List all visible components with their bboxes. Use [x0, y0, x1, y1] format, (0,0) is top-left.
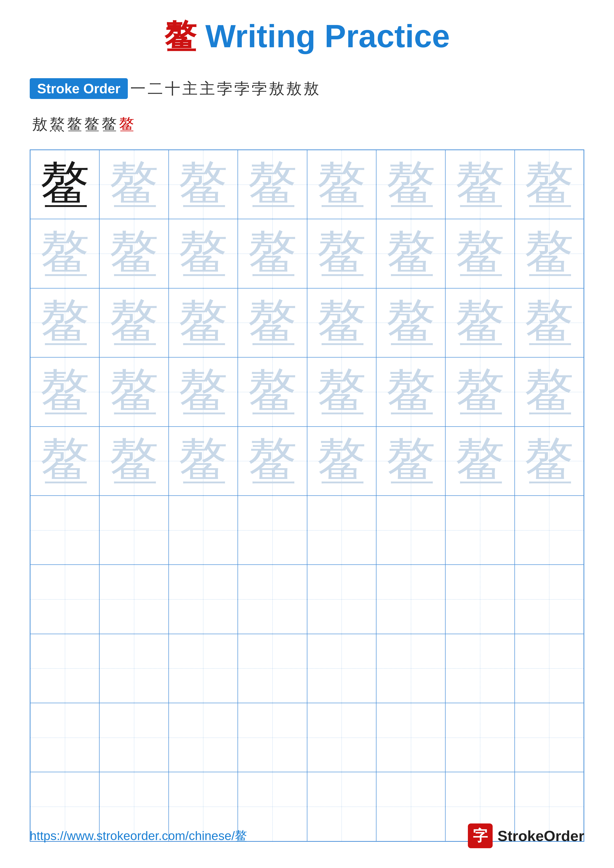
- grid-cell-empty[interactable]: [445, 703, 515, 772]
- grid-cell[interactable]: 鳌: [515, 288, 584, 357]
- stroke-sequence-row1: 一 二 十 主 主 孛 孛 孛 敖 敖 敖: [130, 78, 584, 99]
- grid-cell[interactable]: 鳌: [30, 219, 99, 288]
- grid-cell[interactable]: 鳌: [376, 150, 445, 219]
- grid-cell-empty[interactable]: [30, 565, 99, 634]
- grid-cell[interactable]: 鳌: [307, 219, 376, 288]
- grid-cell[interactable]: 鳌: [307, 426, 376, 496]
- footer-brand: 字 StrokeOrder: [468, 823, 584, 848]
- grid-cell-empty[interactable]: [515, 565, 584, 634]
- grid-cell-empty[interactable]: [99, 703, 168, 772]
- grid-cell[interactable]: 鳌: [376, 219, 445, 288]
- grid-cell[interactable]: 鳌: [307, 150, 376, 219]
- brand-icon: 字: [468, 823, 493, 848]
- grid-cell[interactable]: 鳌: [169, 219, 238, 288]
- grid-cell[interactable]: 鳌: [169, 426, 238, 496]
- title-char: 鳌: [164, 18, 196, 54]
- practice-grid: 鳌 鳌 鳌 鳌 鳌 鳌 鳌 鳌 鳌 鳌 鳌 鳌 鳌 鳌 鳌 鳌: [30, 149, 584, 842]
- grid-cell[interactable]: 鳌: [99, 150, 168, 219]
- grid-cell-empty[interactable]: [30, 703, 99, 772]
- grid-cell[interactable]: 鳌: [238, 288, 307, 357]
- grid-cell-empty[interactable]: [169, 496, 238, 565]
- grid-cell[interactable]: 鳌: [30, 288, 99, 357]
- grid-cell-empty[interactable]: [515, 703, 584, 772]
- grid-cell[interactable]: 鳌: [99, 357, 168, 426]
- grid-cell[interactable]: 鳌: [445, 357, 515, 426]
- grid-cell-empty[interactable]: [169, 703, 238, 772]
- grid-cell[interactable]: 鳌: [30, 426, 99, 496]
- grid-cell-empty[interactable]: [99, 565, 168, 634]
- grid-cell-empty[interactable]: [515, 634, 584, 703]
- grid-cell-empty[interactable]: [376, 634, 445, 703]
- grid-cell[interactable]: 鳌: [376, 426, 445, 496]
- footer: https://www.strokeorder.com/chinese/鳌 字 …: [30, 823, 584, 848]
- grid-cell[interactable]: 鳌: [376, 288, 445, 357]
- grid-cell[interactable]: 鳌: [515, 219, 584, 288]
- grid-cell-empty[interactable]: [445, 565, 515, 634]
- grid-cell-empty[interactable]: [30, 496, 99, 565]
- grid-cell[interactable]: 鳌: [169, 150, 238, 219]
- grid-cell[interactable]: 鳌: [30, 357, 99, 426]
- grid-cell-empty[interactable]: [515, 496, 584, 565]
- grid-cell-empty[interactable]: [445, 634, 515, 703]
- grid-cell-empty[interactable]: [307, 703, 376, 772]
- grid-cell[interactable]: 鳌: [515, 150, 584, 219]
- grid-cell-empty[interactable]: [169, 565, 238, 634]
- stroke-order-section: Stroke Order 一 二 十 主 主 孛 孛 孛 敖 敖 敖: [30, 78, 584, 99]
- stroke-order-badge: Stroke Order: [30, 78, 128, 99]
- grid-cell[interactable]: 鳌: [238, 426, 307, 496]
- grid-cell-empty[interactable]: [30, 634, 99, 703]
- grid-cell-empty[interactable]: [376, 565, 445, 634]
- grid-cell[interactable]: 鳌: [445, 288, 515, 357]
- grid-cell-empty[interactable]: [238, 565, 307, 634]
- grid-cell[interactable]: 鳌: [99, 426, 168, 496]
- grid-cell[interactable]: 鳌: [238, 219, 307, 288]
- brand-name: StrokeOrder: [497, 828, 584, 845]
- grid-cell[interactable]: 鳌: [99, 219, 168, 288]
- grid-cell[interactable]: 鳌: [515, 426, 584, 496]
- grid-cell[interactable]: 鳌: [238, 150, 307, 219]
- grid-cell-empty[interactable]: [307, 565, 376, 634]
- grid-cell-empty[interactable]: [169, 634, 238, 703]
- grid-cell-empty[interactable]: [445, 496, 515, 565]
- grid-cell-empty[interactable]: [99, 634, 168, 703]
- grid-cell-empty[interactable]: [99, 496, 168, 565]
- grid-cell-empty[interactable]: [307, 634, 376, 703]
- grid-cell[interactable]: 鳌: [169, 288, 238, 357]
- grid-cell[interactable]: 鳌: [307, 288, 376, 357]
- grid-cell-empty[interactable]: [238, 703, 307, 772]
- grid-cell-empty[interactable]: [376, 496, 445, 565]
- grid-cell-empty[interactable]: [376, 703, 445, 772]
- grid-cell-empty[interactable]: [307, 496, 376, 565]
- grid-cell[interactable]: 鳌: [515, 357, 584, 426]
- grid-cell[interactable]: 鳌: [376, 357, 445, 426]
- stroke-sequence-row2: 敖 鰲 鳌 鳌 鳌 鳌: [30, 114, 584, 135]
- footer-url[interactable]: https://www.strokeorder.com/chinese/鳌: [30, 828, 247, 844]
- grid-cell[interactable]: 鳌: [445, 219, 515, 288]
- grid-cell[interactable]: 鳌: [445, 150, 515, 219]
- grid-cell-empty[interactable]: [238, 634, 307, 703]
- grid-cell[interactable]: 鳌: [307, 357, 376, 426]
- grid-cell[interactable]: 鳌: [169, 357, 238, 426]
- grid-cell[interactable]: 鳌: [30, 150, 99, 219]
- grid-cell[interactable]: 鳌: [99, 288, 168, 357]
- grid-cell-empty[interactable]: [238, 496, 307, 565]
- grid-cell[interactable]: 鳌: [445, 426, 515, 496]
- grid-cell[interactable]: 鳌: [238, 357, 307, 426]
- page-title: 鳌 Writing Practice: [30, 15, 584, 58]
